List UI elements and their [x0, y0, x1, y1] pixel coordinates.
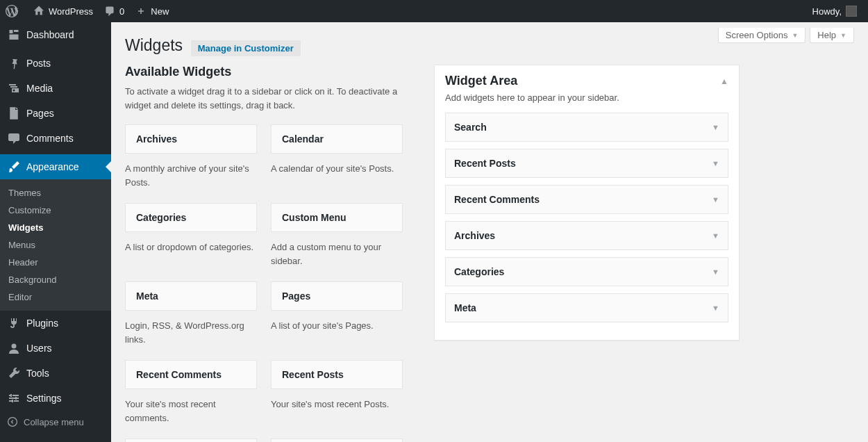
- svg-rect-3: [10, 394, 12, 397]
- available-widget: PagesA list of your site's Pages.: [271, 281, 403, 357]
- main-content: Screen Options ▼ Help ▼ Widgets Manage i…: [111, 22, 868, 442]
- available-widget-title[interactable]: Calendar: [271, 124, 403, 154]
- manage-customizer-link[interactable]: Manage in Customizer: [191, 40, 301, 56]
- howdy-text: Howdy,: [812, 6, 842, 17]
- sidebar-item-pages[interactable]: Pages: [0, 101, 111, 126]
- wp-logo[interactable]: [0, 0, 28, 22]
- available-widget-title[interactable]: Pages: [271, 281, 403, 311]
- chevron-down-icon: ▼: [840, 32, 846, 39]
- collapse-menu[interactable]: Collapse menu: [0, 411, 111, 433]
- available-widget-title[interactable]: Custom Menu: [271, 203, 403, 232]
- svg-point-0: [13, 90, 15, 92]
- available-widget-title[interactable]: Categories: [125, 203, 257, 232]
- page-icon: [7, 106, 21, 120]
- sidebar-item-posts[interactable]: Posts: [0, 51, 111, 76]
- widget-area: Widget Area ▲ Add widgets here to appear…: [434, 65, 740, 341]
- sidebar-item-label: Appearance: [26, 161, 79, 172]
- widget-area-item[interactable]: Archives▼: [445, 221, 728, 250]
- plug-icon: [7, 316, 21, 330]
- widget-area-item[interactable]: Recent Posts▼: [445, 149, 728, 178]
- available-widget-title[interactable]: Meta: [125, 281, 257, 311]
- screen-options-label: Screen Options: [726, 30, 788, 40]
- submenu-item-themes[interactable]: Themes: [0, 184, 111, 202]
- comments-count: 0: [119, 6, 124, 17]
- sidebar-item-dashboard[interactable]: Dashboard: [0, 22, 111, 47]
- chevron-up-icon: ▲: [720, 76, 728, 86]
- widget-area-item[interactable]: Categories▼: [445, 257, 728, 286]
- sidebar-item-label: Dashboard: [26, 29, 74, 40]
- sidebar-item-label: Users: [26, 343, 52, 354]
- widget-area-item-title: Recent Comments: [454, 194, 540, 205]
- screen-options-button[interactable]: Screen Options ▼: [718, 28, 806, 43]
- widget-area-item[interactable]: Search▼: [445, 113, 728, 142]
- widget-area-item-title: Search: [454, 122, 487, 133]
- submenu-item-background[interactable]: Background: [0, 271, 111, 288]
- available-widget-desc: A calendar of your site's Posts.: [271, 154, 403, 187]
- dashboard-icon: [7, 28, 21, 42]
- available-widget: Recent CommentsYour site's most recent c…: [125, 360, 257, 436]
- sidebar-item-plugins[interactable]: Plugins: [0, 311, 111, 336]
- admin-sidebar: DashboardPostsMediaPagesCommentsAppearan…: [0, 22, 111, 442]
- submenu-item-header[interactable]: Header: [0, 254, 111, 271]
- submenu: ThemesCustomizeWidgetsMenusHeaderBackgro…: [0, 179, 111, 311]
- collapse-icon: [7, 416, 18, 427]
- submenu-item-customize[interactable]: Customize: [0, 202, 111, 219]
- available-widget-title[interactable]: Archives: [125, 124, 257, 154]
- widget-area-item-title: Categories: [454, 266, 504, 277]
- new-content[interactable]: New: [130, 0, 174, 22]
- admin-bar-left: WordPress 0 New: [0, 0, 174, 22]
- available-widget-title[interactable]: Recent Comments: [125, 360, 257, 389]
- help-button[interactable]: Help ▼: [810, 28, 854, 43]
- available-widget-desc: Your site's most recent comments.: [125, 389, 257, 436]
- sidebar-item-comments[interactable]: Comments: [0, 126, 111, 151]
- available-widget: CalendarA calendar of your site's Posts.: [271, 124, 403, 200]
- comment-icon: [7, 131, 21, 145]
- sidebar-item-users[interactable]: Users: [0, 336, 111, 361]
- collapse-label: Collapse menu: [24, 417, 84, 427]
- pin-icon: [7, 56, 21, 70]
- sidebar-item-label: Posts: [26, 58, 51, 69]
- available-widget-desc: Your site's most recent Posts.: [271, 389, 403, 423]
- comment-icon: [104, 6, 115, 17]
- sidebar-item-label: Tools: [26, 368, 49, 379]
- sidebar-item-media[interactable]: Media: [0, 76, 111, 101]
- media-icon: [7, 81, 21, 95]
- sidebar-item-settings[interactable]: Settings: [0, 386, 111, 411]
- submenu-item-widgets[interactable]: Widgets: [0, 219, 111, 236]
- submenu-item-editor[interactable]: Editor: [0, 288, 111, 306]
- avatar: [846, 6, 857, 17]
- widget-area-item[interactable]: Meta▼: [445, 293, 728, 322]
- new-label: New: [151, 6, 169, 17]
- chevron-down-icon: ▼: [712, 195, 719, 204]
- widget-area-item[interactable]: Recent Comments▼: [445, 185, 728, 214]
- chevron-down-icon: ▼: [792, 32, 798, 39]
- available-widget: Custom MenuAdd a custom menu to your sid…: [271, 203, 403, 279]
- help-label: Help: [817, 30, 836, 40]
- site-home[interactable]: WordPress: [28, 0, 99, 22]
- sidebar-item-appearance[interactable]: Appearance: [0, 154, 111, 179]
- user-icon: [7, 341, 21, 355]
- page-title: Widgets: [125, 36, 183, 55]
- sidebar-item-label: Media: [26, 83, 53, 94]
- available-widget-title[interactable]: Recent Posts: [271, 360, 403, 389]
- available-widget-desc: A list or dropdown of categories.: [125, 232, 257, 265]
- widget-area-header[interactable]: Widget Area ▲: [445, 74, 728, 88]
- sidebar-item-label: Pages: [26, 108, 54, 119]
- available-widget-desc: A monthly archive of your site's Posts.: [125, 154, 257, 200]
- available-widget-title[interactable]: Search: [271, 439, 403, 442]
- screen-actions: Screen Options ▼ Help ▼: [718, 28, 854, 43]
- available-widget-desc: A list of your site's Pages.: [271, 311, 403, 344]
- available-widget: RSS: [125, 439, 257, 442]
- admin-bar: WordPress 0 New Howdy,: [0, 0, 868, 22]
- svg-point-2: [12, 344, 17, 349]
- chevron-down-icon: ▼: [712, 123, 719, 131]
- available-widget-title[interactable]: RSS: [125, 439, 257, 442]
- sidebar-item-tools[interactable]: Tools: [0, 361, 111, 386]
- my-account[interactable]: Howdy,: [807, 0, 862, 22]
- widget-area-item-title: Archives: [454, 230, 495, 241]
- widget-area-item-title: Recent Posts: [454, 158, 516, 169]
- available-widget: MetaLogin, RSS, & WordPress.org links.: [125, 281, 257, 357]
- comments-link[interactable]: 0: [99, 0, 130, 22]
- submenu-item-menus[interactable]: Menus: [0, 236, 111, 254]
- widget-area-title: Widget Area: [445, 74, 517, 88]
